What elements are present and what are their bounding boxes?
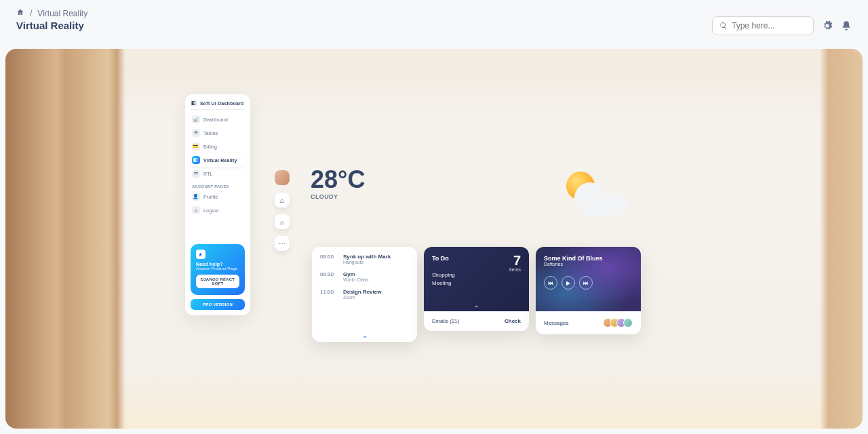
todo-card: To Do 7 Items Shopping Meeting ⌄ Emails … [424,247,529,331]
cloud-icon [578,182,625,210]
billing-icon: 💳 [192,142,200,151]
dashboard-icon: 📊 [192,115,200,123]
brand[interactable]: ◧ Soft UI Dashboard [191,100,245,106]
schedule-row[interactable]: 09:30 GymWorld Class [320,271,409,282]
sidenav-item-logout[interactable]: ⎋Logout [191,203,245,217]
help-card: ★ Need help? Access Product Page DJANGO … [191,244,245,295]
vr-room-background: ◧ Soft UI Dashboard 📊Dashboard ☰Tables 💳… [5,49,863,429]
schedule-row[interactable]: 08:00 Synk up with MarkHangouts [320,254,409,264]
chevron-down-icon[interactable]: ⌄ [424,302,529,309]
rtl-icon: ⇄ [192,170,200,178]
sidenav: ◧ Soft UI Dashboard 📊Dashboard ☰Tables 💳… [185,94,250,315]
help-docs-button[interactable]: DJANGO REACT SOFT [196,275,239,288]
vr-icon: ◧ [192,156,200,164]
chevron-down-icon[interactable]: ⌄ [312,332,417,339]
sidenav-item-dashboard[interactable]: 📊Dashboard [191,113,245,126]
tables-icon: ☰ [192,129,200,137]
home-icon[interactable] [16,8,24,18]
home-mini-button[interactable]: ⌂ [275,193,290,208]
logout-icon: ⎋ [192,206,200,214]
todo-count: 7 Items [509,254,521,272]
message-avatars[interactable] [603,318,633,328]
check-emails-button[interactable]: Check [505,318,521,324]
search-box[interactable] [712,16,814,35]
bell-icon[interactable] [841,20,852,31]
weather-illustration [558,167,626,222]
search-icon [719,21,728,31]
music-prev-button[interactable]: ⏮ [544,276,557,290]
more-mini-button[interactable]: ⋯ [275,236,290,251]
todo-list: Shopping Meeting [432,271,521,288]
sidenav-item-tables[interactable]: ☰Tables [191,126,245,140]
home-icon: ⌂ [280,197,284,204]
sidenav-item-virtual-reality[interactable]: ◧Virtual Reality [191,153,245,167]
help-star-icon: ★ [196,250,205,259]
brand-logo-icon: ◧ [191,100,197,106]
music-top: Some Kind Of Blues Deftones ⏮ ▶ ⏭ [536,247,641,311]
search-input[interactable] [732,21,806,31]
ellipsis-icon: ⋯ [279,240,285,248]
skip-forward-icon: ⏭ [583,280,589,286]
sidenav-item-rtl[interactable]: ⇄RTL [191,167,245,180]
search-icon: ⌕ [280,218,284,226]
search-mini-button[interactable]: ⌕ [275,214,290,229]
weather-condition: CLOUDY [311,193,365,200]
todo-top[interactable]: To Do 7 Items Shopping Meeting ⌄ [424,247,529,311]
messages-label[interactable]: Messages [544,320,568,326]
user-avatar[interactable] [275,170,290,185]
avatar [623,318,633,328]
music-play-button[interactable]: ▶ [561,276,575,290]
music-card: Some Kind Of Blues Deftones ⏮ ▶ ⏭ Messag… [536,247,641,334]
sidenav-item-billing[interactable]: 💳Billing [191,140,245,153]
breadcrumb-current[interactable]: Virtual Reality [37,9,87,18]
sidenav-item-profile[interactable]: 👤Profile [191,190,245,203]
weather-widget: 28°C CLOUDY [311,167,365,200]
schedule-card[interactable]: 08:00 Synk up with MarkHangouts 09:30 Gy… [312,247,417,342]
pro-version-button[interactable]: PRO VERSION [191,299,245,310]
skip-back-icon: ⏮ [548,280,553,286]
schedule-row[interactable]: 11:00 Design ReviewZoom [320,289,409,300]
emails-label: Emails (21) [432,318,459,324]
weather-temperature: 28°C [311,167,365,192]
gear-icon[interactable] [822,20,833,31]
sidenav-section-label: ACCOUNT PAGES [192,184,243,189]
play-icon: ▶ [566,280,570,286]
profile-icon: 👤 [192,193,200,201]
music-next-button[interactable]: ⏭ [579,276,593,290]
